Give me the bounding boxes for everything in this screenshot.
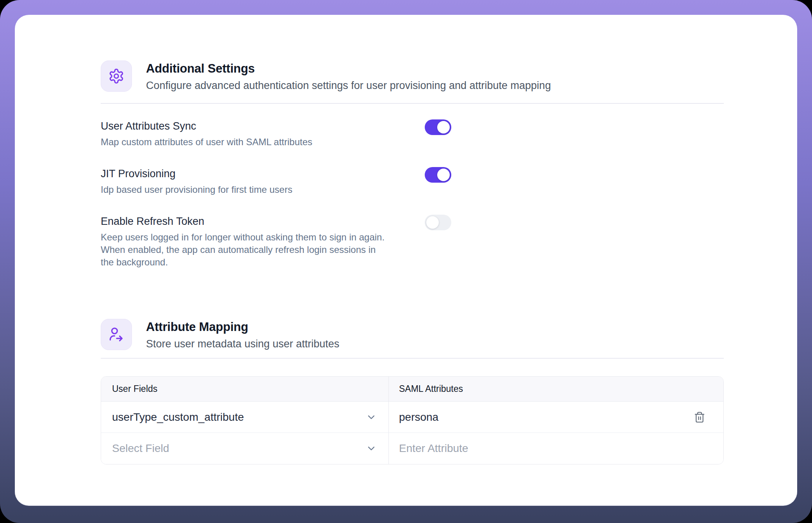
- jit-provisioning-toggle[interactable]: [425, 167, 451, 183]
- select-field-dropdown[interactable]: Select Field: [112, 442, 377, 455]
- setting-description: Map custom attributes of user with SAML …: [101, 136, 386, 148]
- setting-title: User Attributes Sync: [101, 119, 724, 133]
- saml-attribute-input[interactable]: [399, 442, 706, 455]
- column-header-label: User Fields: [112, 384, 157, 394]
- user-attributes-sync-toggle[interactable]: [425, 119, 451, 135]
- attribute-mapping-header: Attribute Mapping Store user metadata us…: [101, 319, 724, 351]
- section-divider: [101, 358, 724, 359]
- saml-attribute-cell: [389, 402, 723, 432]
- toggle-knob: [437, 121, 450, 133]
- setting-title: JIT Provisioning: [101, 167, 724, 180]
- setting-description: Keep users logged in for longer without …: [101, 231, 386, 269]
- chevron-down-icon: [366, 412, 377, 423]
- attribute-mapping-header-text: Attribute Mapping Store user metadata us…: [146, 319, 339, 351]
- toggle-knob: [437, 169, 450, 181]
- additional-settings-header-text: Additional Settings Configure advanced a…: [146, 60, 551, 93]
- saml-attribute-input[interactable]: [399, 411, 685, 423]
- column-header-label: SAML Attributes: [399, 384, 463, 394]
- gear-icon: [101, 60, 132, 92]
- user-field-dropdown[interactable]: userType_custom_attribute: [112, 411, 377, 423]
- header-saml-attributes: SAML Attributes: [389, 377, 723, 401]
- table-header-row: User Fields SAML Attributes: [101, 377, 723, 402]
- setting-row-jit-provisioning: JIT Provisioning Idp based user provisio…: [101, 167, 724, 196]
- saml-attribute-cell: [389, 433, 723, 464]
- table-row: Select Field: [101, 433, 723, 464]
- setting-title: Enable Refresh Token: [101, 215, 724, 228]
- section-subtitle: Configure advanced authentication settin…: [146, 78, 551, 93]
- settings-card: Additional Settings Configure advanced a…: [15, 15, 797, 506]
- dropdown-placeholder: Select Field: [112, 442, 169, 455]
- section-subtitle: Store user metadata using user attribute…: [146, 337, 339, 351]
- setting-row-user-attributes-sync: User Attributes Sync Map custom attribut…: [101, 119, 724, 148]
- user-field-cell: Select Field: [101, 433, 389, 464]
- setting-row-enable-refresh-token: Enable Refresh Token Keep users logged i…: [101, 215, 724, 269]
- header-user-fields: User Fields: [101, 377, 389, 401]
- enable-refresh-token-toggle[interactable]: [425, 215, 451, 230]
- toggle-knob: [426, 216, 439, 229]
- trash-icon: [694, 411, 705, 423]
- user-field-cell: userType_custom_attribute: [101, 402, 389, 432]
- section-title: Attribute Mapping: [146, 320, 339, 334]
- gradient-frame: Additional Settings Configure advanced a…: [0, 0, 812, 523]
- chevron-down-icon: [366, 443, 377, 454]
- delete-row-button[interactable]: [693, 411, 706, 424]
- user-arrow-icon: [101, 319, 132, 350]
- attribute-mapping-table: User Fields SAML Attributes userType_cus…: [101, 376, 724, 464]
- dropdown-value: userType_custom_attribute: [112, 411, 244, 423]
- settings-content: Additional Settings Configure advanced a…: [101, 15, 724, 464]
- table-row: userType_custom_attribute: [101, 402, 723, 433]
- section-title: Additional Settings: [146, 61, 551, 76]
- setting-description: Idp based user provisioning for first ti…: [101, 183, 386, 196]
- section-divider: [101, 103, 724, 104]
- additional-settings-header: Additional Settings Configure advanced a…: [101, 60, 724, 93]
